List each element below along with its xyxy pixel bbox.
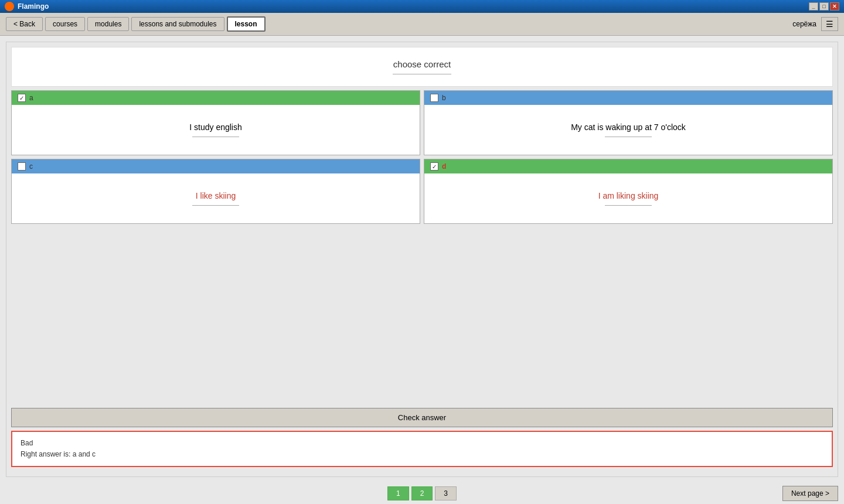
- page-2-button[interactable]: 2: [411, 486, 433, 500]
- option-d-header: ✓ d: [424, 159, 832, 173]
- option-c-header: c: [12, 159, 420, 173]
- option-b-body: My cat is waking up at 7 o'clock: [424, 105, 832, 155]
- back-button[interactable]: < Back: [6, 17, 43, 31]
- app-icon: [5, 2, 14, 11]
- page-3-button[interactable]: 3: [435, 486, 457, 500]
- spacer: [11, 227, 833, 408]
- close-button[interactable]: ✕: [830, 2, 839, 11]
- option-a-label: a: [29, 94, 33, 102]
- menu-button[interactable]: ☰: [821, 17, 838, 31]
- option-c-checkbox[interactable]: [18, 162, 26, 171]
- courses-button[interactable]: courses: [45, 17, 85, 31]
- feedback-right-answer: Right answer is: a and c: [21, 449, 823, 460]
- option-a-body: I study english: [12, 105, 420, 155]
- option-a-checkbox[interactable]: ✓: [18, 94, 26, 102]
- user-label: серёжа: [792, 20, 816, 28]
- option-a-header: ✓ a: [12, 91, 420, 105]
- modules-button[interactable]: modules: [87, 17, 129, 31]
- main-content: choose correct ✓ a I study english b: [0, 36, 844, 483]
- quiz-container: choose correct ✓ a I study english b: [6, 42, 838, 477]
- option-b-card[interactable]: b My cat is waking up at 7 o'clock: [424, 90, 833, 155]
- option-d-checkbox[interactable]: ✓: [430, 162, 438, 171]
- lesson-button[interactable]: lesson: [227, 16, 266, 32]
- next-page-button[interactable]: Next page >: [782, 486, 838, 501]
- feedback-box: Bad Right answer is: a and c: [11, 431, 833, 467]
- question-text: choose correct: [393, 59, 451, 69]
- question-header: choose correct: [11, 47, 833, 87]
- option-c-card[interactable]: c I like skiing: [11, 159, 420, 224]
- check-answer-button[interactable]: Check answer: [11, 408, 833, 427]
- title-bar: Flamingo _ □ ✕: [0, 0, 844, 13]
- option-c-body: I like skiing: [12, 173, 420, 223]
- options-grid: ✓ a I study english b My cat is waking u…: [11, 90, 833, 224]
- nav-right: серёжа ☰: [792, 17, 838, 31]
- minimize-button[interactable]: _: [809, 2, 818, 11]
- option-d-body: I am liking skiing: [424, 173, 832, 223]
- option-c-label: c: [29, 162, 33, 171]
- app-title: Flamingo: [18, 2, 49, 11]
- option-b-checkbox[interactable]: [430, 94, 438, 102]
- option-b-header: b: [424, 91, 832, 105]
- option-b-label: b: [442, 94, 446, 102]
- lessons-submodules-button[interactable]: lessons and submodules: [131, 17, 224, 31]
- maximize-button[interactable]: □: [819, 2, 829, 11]
- option-d-card[interactable]: ✓ d I am liking skiing: [424, 159, 833, 224]
- option-d-label: d: [442, 162, 446, 171]
- nav-bar: < Back courses modules lessons and submo…: [0, 13, 844, 36]
- page-1-button[interactable]: 1: [387, 486, 409, 500]
- bottom-bar: 1 2 3 Next page >: [0, 483, 844, 504]
- window-controls: _ □ ✕: [809, 2, 839, 11]
- option-a-card[interactable]: ✓ a I study english: [11, 90, 420, 155]
- feedback-status: Bad: [21, 438, 823, 449]
